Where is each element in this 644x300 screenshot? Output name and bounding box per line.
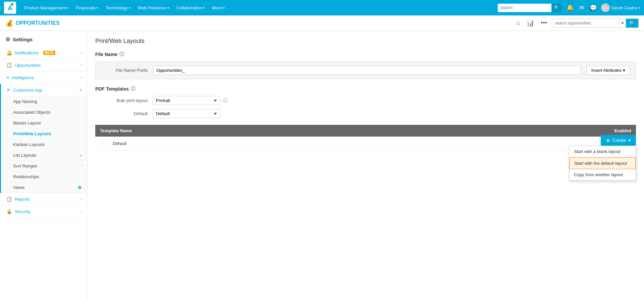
list-icon: 📋: [6, 62, 12, 68]
create-button[interactable]: ⊕ Create ▾: [601, 135, 636, 146]
chevron-right-icon: ›: [80, 153, 82, 158]
help-icon[interactable]: 💬: [588, 3, 598, 13]
global-search-button[interactable]: 🔍: [551, 4, 562, 12]
submenu-kanban-layouts[interactable]: Kanban Layouts: [1, 139, 87, 150]
main-area: Print/Web Layouts File Name ⓘ File Name …: [87, 31, 644, 300]
sidebar-item-intelligence[interactable]: ≡ Intelligence ›: [1, 71, 87, 84]
chevron-down-icon: ▾: [129, 6, 130, 10]
search-go-button[interactable]: 🔍: [626, 19, 638, 28]
insert-attributes-button[interactable]: Insert Attributes ▾: [586, 66, 630, 75]
template-section: Template Name Enabled ⋮⋮ Default: [95, 125, 636, 150]
sidebar-section-notifications: 🔔 Notifications BETA ›: [0, 47, 87, 59]
nav-product-management[interactable]: Product Management ▾: [21, 4, 72, 12]
create-button-wrap: ⊕ Create ▾ Start with a blank layout Sta…: [601, 135, 636, 146]
app-logo[interactable]: A: [4, 2, 16, 14]
chevron-right-icon: ›: [81, 197, 82, 201]
messages-icon[interactable]: ✉: [578, 3, 586, 13]
chevron-down-icon: ▾: [623, 68, 625, 73]
sidebar-section-reports: 📋 Reports ›: [0, 193, 87, 205]
submenu-master-layout[interactable]: Master Layout: [1, 118, 87, 129]
sidebar: ⚙ Settings 🔔 Notifications BETA › 📋 Oppo…: [0, 31, 87, 300]
col-template-name: Template Name: [100, 128, 604, 133]
info-icon[interactable]: ⓘ: [131, 86, 136, 92]
bell-icon: 🔔: [6, 50, 12, 55]
chevron-down-icon: ▾: [628, 138, 631, 143]
sidebar-item-security[interactable]: 🔒 Security ›: [1, 205, 87, 218]
submenu-views[interactable]: Views ⊕: [1, 182, 87, 193]
nav-collaboration[interactable]: Collaboration ▾: [173, 4, 208, 12]
settings-title: ⚙ Settings: [0, 31, 87, 47]
app-icon: 💰: [5, 19, 14, 27]
avatar: SC: [601, 3, 610, 12]
page-title: Print/Web Layouts: [95, 38, 636, 45]
nav-more[interactable]: More ▾: [209, 4, 228, 12]
notifications-icon[interactable]: 🔔: [565, 3, 575, 13]
top-nav-right: 🔍 🔔 ✉ 💬 SC Sarah Castro ▾: [498, 3, 640, 13]
default-row: Default Default: [95, 109, 636, 118]
create-dropdown: Start with a blank layout Start with the…: [569, 146, 636, 181]
submenu-associated-objects[interactable]: Associated Objects: [1, 107, 87, 118]
default-select[interactable]: Default: [153, 109, 220, 118]
file-name-heading: File Name ⓘ: [95, 51, 636, 57]
sub-header-actions: ⌂ 📊 ••• ▾ 🔍: [514, 18, 639, 28]
more-button[interactable]: •••: [539, 18, 549, 28]
search-dropdown-button[interactable]: ▾: [619, 19, 626, 27]
nav-financials[interactable]: Financials ▾: [72, 4, 102, 12]
dropdown-blank-layout[interactable]: Start with a blank layout: [569, 146, 636, 157]
bulk-print-row: Bulk print layout Portrait Landscape ⓘ: [95, 96, 636, 105]
file-name-prefix-label: File Name Prefix: [101, 68, 148, 73]
submenu-sort-ranges[interactable]: Sort Ranges: [1, 161, 87, 171]
pdf-templates-heading: PDF Templates ⓘ: [95, 86, 636, 92]
sidebar-section-customize-app: ✕ Customize App ∨ App Naming Associated …: [0, 84, 87, 193]
user-menu[interactable]: SC Sarah Castro ▾: [601, 3, 640, 12]
info-icon[interactable]: ⓘ: [119, 51, 124, 57]
customize-submenu: App Naming Associated Objects Master Lay…: [1, 96, 87, 193]
sidebar-item-reports[interactable]: 📋 Reports ›: [1, 193, 87, 205]
template-table-header: Template Name Enabled: [95, 125, 636, 137]
nav-technology[interactable]: Technology ▾: [102, 4, 134, 12]
submenu-print-web-layouts[interactable]: Print/Web Layouts: [1, 129, 87, 139]
drag-handle-icon[interactable]: ⋮⋮: [100, 141, 109, 146]
search-opportunities-input[interactable]: [552, 19, 619, 27]
beta-badge: BETA: [43, 51, 55, 55]
sidebar-item-opportunities[interactable]: 📋 Opportunities ›: [1, 59, 87, 71]
nav-menu: Product Management ▾ Financials ▾ Techno…: [21, 4, 496, 12]
dropdown-copy-layout[interactable]: Copy from another layout: [569, 169, 636, 180]
home-button[interactable]: ⌂: [514, 18, 522, 28]
submenu-app-naming[interactable]: App Naming: [1, 96, 87, 107]
template-name-default: Default: [113, 141, 604, 146]
global-search-input[interactable]: [498, 4, 551, 11]
bulk-print-label: Bulk print layout: [101, 98, 148, 103]
default-label: Default: [101, 111, 148, 116]
gear-icon: ⚙: [5, 36, 10, 43]
submenu-list-layouts[interactable]: List Layouts ›: [1, 150, 87, 161]
sidebar-section-security: 🔒 Security ›: [0, 205, 87, 218]
bulk-print-select[interactable]: Portrait Landscape: [153, 96, 220, 105]
nav-web-presence[interactable]: Web Presence ▾: [135, 4, 172, 12]
chevron-right-icon: ›: [81, 50, 82, 55]
intelligence-icon: ≡: [6, 75, 9, 80]
sidebar-section-intelligence: ≡ Intelligence ›: [0, 71, 87, 84]
bulk-print-info-icon[interactable]: ⓘ: [223, 98, 227, 104]
customize-icon: ✕: [6, 87, 10, 93]
chevron-down-icon: ▾: [97, 6, 98, 10]
chevron-right-icon: ›: [81, 63, 82, 67]
search-opportunities[interactable]: ▾ 🔍: [552, 18, 639, 28]
table-row: ⋮⋮ Default: [95, 137, 636, 150]
col-enabled: Enabled: [604, 128, 631, 133]
security-icon: 🔒: [6, 209, 12, 214]
main-content: Print/Web Layouts File Name ⓘ File Name …: [87, 31, 644, 157]
chevron-down-icon: ▾: [67, 6, 68, 10]
global-search[interactable]: 🔍: [498, 4, 562, 12]
file-name-prefix-input[interactable]: [153, 66, 581, 75]
dropdown-default-layout[interactable]: Start with the default layout: [569, 157, 636, 169]
file-name-row: File Name Prefix Insert Attributes ▾: [95, 61, 636, 79]
sidebar-item-notifications[interactable]: 🔔 Notifications BETA ›: [1, 47, 87, 59]
reports-icon: 📋: [6, 196, 12, 202]
app-title: 💰 OPPORTUNITIES: [5, 19, 60, 27]
sidebar-item-customize-app[interactable]: ✕ Customize App ∨: [1, 84, 87, 96]
submenu-relationships[interactable]: Relationships: [1, 171, 87, 182]
chevron-right-icon: ›: [81, 75, 82, 80]
chart-button[interactable]: 📊: [525, 18, 536, 28]
plus-icon: ⊕: [606, 138, 610, 143]
